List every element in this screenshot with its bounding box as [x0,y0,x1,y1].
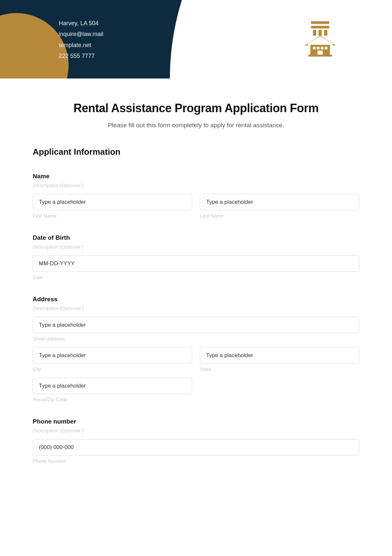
sublabel-first-name: First Name [33,213,192,218]
form-content: Rental Assistance Program Application Fo… [0,78,392,464]
contact-address: Harvey, LA 504 [59,18,103,29]
label-address: Address [33,296,359,303]
svg-rect-9 [321,47,323,49]
svg-rect-11 [318,51,323,55]
desc-name: Description (Optional ) [33,182,359,188]
svg-rect-10 [325,47,327,49]
street-address-input[interactable] [33,317,359,333]
page-title: Rental Assistance Program Application Fo… [33,101,359,115]
company-logo-icon [301,21,340,59]
svg-rect-7 [313,47,316,49]
sublabel-city: City [33,366,192,372]
sublabel-postal: Postal/Zip Code [33,397,192,402]
sublabel-last-name: Last Name [200,213,359,218]
svg-rect-0 [311,21,329,24]
sublabel-street: Street Address [33,336,359,341]
svg-rect-3 [318,30,322,36]
contact-phone: 222 555 7777 [59,51,103,61]
state-input[interactable] [200,347,359,364]
header-white-curve [170,0,392,78]
desc-phone: Description (Optional ) [33,428,359,433]
contact-block: Harvey, LA 504 inquire@law.mail template… [59,18,103,61]
label-name: Name [33,173,359,180]
desc-dob: Description (Optional ) [33,244,359,250]
sublabel-state: State [200,366,359,372]
svg-rect-2 [313,30,316,36]
postal-code-input[interactable] [33,378,192,394]
field-group-address: Address Description (Optional ) Street A… [33,296,359,402]
section-applicant-info: Applicant Information [33,147,359,157]
desc-address: Description (Optional ) [33,305,359,311]
sublabel-dob: Date [33,274,359,280]
dob-input[interactable] [33,255,359,272]
field-group-name: Name Description (Optional ) First Name … [33,173,359,218]
field-group-dob: Date of Birth Description (Optional ) Da… [33,234,359,280]
city-input[interactable] [33,347,192,364]
page-header: Harvey, LA 504 inquire@law.mail template… [0,0,392,78]
svg-rect-12 [308,55,332,57]
page-subtitle: Please fill out this form completely to … [33,122,359,129]
svg-rect-1 [311,26,329,28]
label-dob: Date of Birth [33,234,359,241]
svg-rect-8 [317,47,319,49]
sublabel-phone: Phone Number [33,458,359,464]
label-phone: Phone number [33,418,359,425]
contact-website: template.net [59,40,103,51]
first-name-input[interactable] [33,194,192,210]
field-group-phone: Phone number Description (Optional ) Pho… [33,418,359,464]
last-name-input[interactable] [200,194,359,210]
svg-rect-4 [324,30,327,36]
contact-email: inquire@law.mail [59,29,103,40]
svg-marker-5 [304,36,336,45]
phone-number-input[interactable] [33,439,359,456]
